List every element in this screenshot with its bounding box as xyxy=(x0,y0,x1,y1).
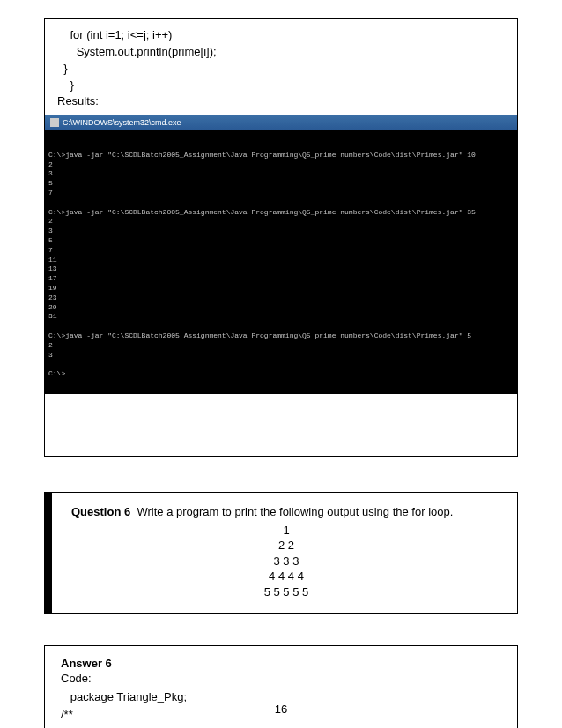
console-line: 2 xyxy=(48,217,53,225)
pattern-line: 2 2 xyxy=(71,538,501,553)
console-line: 7 xyxy=(48,189,53,197)
pattern-line: 5 5 5 5 5 xyxy=(71,584,501,600)
code-line: System.out.println(prime[i]); xyxy=(57,44,505,61)
console-line: 7 xyxy=(48,246,53,254)
pattern-line: 3 3 3 xyxy=(71,553,501,569)
console-line: 31 xyxy=(48,312,57,320)
answer-label: Answer 6 xyxy=(61,657,501,670)
console-titlebar: C:\WINDOWS\system32\cmd.exe xyxy=(45,115,517,130)
code-label: Code: xyxy=(61,670,501,687)
console-line: C:\>java -jar "C:\SCDLBatch2005_Assignme… xyxy=(48,208,476,216)
question-label: Question 6 xyxy=(71,505,130,518)
console-line: 19 xyxy=(48,284,57,292)
console-line: C:\> xyxy=(48,369,65,377)
cmd-icon xyxy=(50,118,59,127)
console-line: 23 xyxy=(48,293,57,301)
console-line: 5 xyxy=(48,236,53,244)
question-line: Question 6 Write a program to print the … xyxy=(71,505,501,520)
code-line: } xyxy=(57,78,505,94)
results-box: for (int i=1; i<=j; i++) System.out.prin… xyxy=(44,18,518,457)
console-screenshot: C:\WINDOWS\system32\cmd.exe C:\>java -ja… xyxy=(45,115,517,394)
code-line: } xyxy=(57,61,505,78)
results-label: Results: xyxy=(57,93,505,110)
console-line: 5 xyxy=(48,179,53,187)
console-line: 13 xyxy=(48,264,57,272)
console-line: 2 xyxy=(48,341,53,349)
pattern-line: 4 4 4 4 xyxy=(71,568,501,584)
code-line: for (int i=1; i<=j; i++) xyxy=(57,27,505,44)
console-line: C:\>java -jar "C:\SCDLBatch2005_Assignme… xyxy=(48,331,471,339)
page-number: 16 xyxy=(0,702,562,716)
console-line: 11 xyxy=(48,256,57,264)
console-title: C:\WINDOWS\system32\cmd.exe xyxy=(63,118,181,127)
code-line: * Define Triangle class xyxy=(61,724,501,728)
console-line: 29 xyxy=(48,303,57,311)
console-line: 3 xyxy=(48,227,53,234)
console-line: 2 xyxy=(48,160,53,168)
pattern-output: 1 2 2 3 3 3 4 4 4 4 5 5 5 5 5 xyxy=(71,523,501,600)
console-line: 17 xyxy=(48,274,57,282)
console-line: C:\>java -jar "C:\SCDLBatch2005_Assignme… xyxy=(48,151,476,159)
question-text: Write a program to print the following o… xyxy=(137,505,453,518)
console-line: 3 xyxy=(48,169,53,177)
console-line: 3 xyxy=(48,351,53,359)
console-output: C:\>java -jar "C:\SCDLBatch2005_Assignme… xyxy=(45,130,517,394)
pattern-line: 1 xyxy=(71,523,501,539)
question-box: Question 6 Write a program to print the … xyxy=(44,492,518,615)
